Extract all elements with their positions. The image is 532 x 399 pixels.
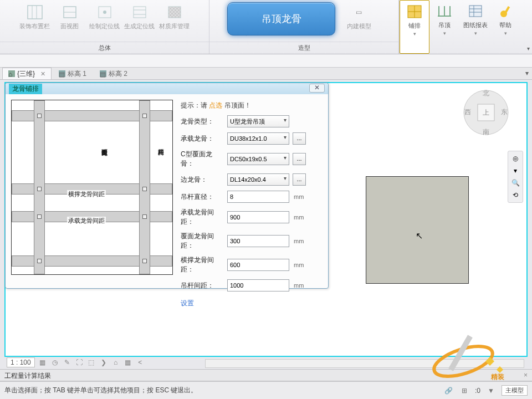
select-bearing-keel[interactable] (227, 132, 289, 145)
rb-tile[interactable]: 铺排▾ (400, 0, 429, 54)
svg-rect-0 (28, 6, 42, 19)
more-bearing-button[interactable]: ... (293, 132, 306, 145)
tab-level2[interactable]: ▤标高 2 (94, 68, 134, 79)
input-rod-spacing[interactable] (227, 279, 289, 291)
status-zero: :0 (475, 387, 480, 395)
keel-preview: 横撑龙骨间距 承载龙骨间距 覆面龙骨间距 吊杆间距 (11, 100, 173, 275)
svg-text:精装: 精装 (490, 373, 505, 381)
ceiling-face[interactable] (366, 176, 469, 284)
svg-rect-26 (504, 6, 510, 14)
label-rod-sp: 吊杆间距： (181, 281, 224, 290)
ribbon-group-label-overall: 总体 (0, 42, 209, 54)
dialog-title: 龙骨铺排 (9, 84, 42, 94)
quick-access-bar (0, 54, 532, 68)
rb-shape-5[interactable]: ▭内建模型 (343, 1, 375, 42)
keel-layout-dialog: 龙骨铺排 ✕ 横撑龙骨间距 承载龙骨间距 覆面龙骨间距 吊杆间距 提示：请 点选… (5, 83, 329, 289)
keel-form: 提示：请 点选 吊顶面！ 龙骨类型： 承载龙骨：... C型覆面龙骨：... 边… (181, 100, 323, 308)
dialog-close-button[interactable]: ✕ (309, 84, 325, 93)
rb-face-view[interactable]: 面视图 (52, 1, 87, 42)
vs-icon[interactable]: ◷ (50, 358, 59, 367)
status-message: 单击选择面；按 TAB 键并单击可选择其他项目；按 ESC 键退出。 (4, 386, 197, 395)
svg-text:东: 东 (501, 108, 508, 116)
label-edge: 边龙骨： (181, 175, 224, 185)
vs-icon[interactable]: < (136, 358, 145, 367)
label-rod-dia: 吊杆直径： (181, 192, 224, 202)
sheet-icon: ▤ (59, 70, 65, 77)
label-type: 龙骨类型： (181, 117, 224, 126)
rb-draw-locate[interactable]: 绘制定位线 (87, 1, 122, 42)
ribbon-collapse-icon[interactable]: ▾ (527, 45, 530, 52)
ribbon-left: 装饰布置栏 面视图 绘制定位线 生成定位线 材质库管理 总体 ◈点□▾ 〰饰线▾… (0, 0, 399, 54)
ribbon: 装饰布置栏 面视图 绘制定位线 生成定位线 材质库管理 总体 ◈点□▾ 〰饰线▾… (0, 0, 532, 54)
view-tabs: ⌂{三维}✕ ▤标高 1 ▤标高 2 ▾ (0, 68, 532, 80)
ribbon-right: 铺排▾ 吊顶▾ 图纸报表▾ 帮助▾ (399, 0, 519, 54)
rb-report[interactable]: 图纸报表▾ (459, 0, 492, 54)
nav-n: 北 (483, 89, 489, 97)
svg-rect-21 (469, 6, 482, 17)
result-title: 工程量计算结果 (4, 371, 51, 379)
vs-icon[interactable]: ▦ (38, 358, 47, 367)
svg-text:西: 西 (464, 108, 471, 116)
ribbon-group-overall: 装饰布置栏 面视图 绘制定位线 生成定位线 材质库管理 总体 (0, 0, 209, 54)
vs-icon[interactable]: ✎ (63, 358, 71, 367)
status-icon[interactable]: 🔗 (444, 386, 454, 396)
vs-icon[interactable]: ▦ (124, 358, 132, 367)
sheet-icon: ▤ (100, 70, 106, 77)
label-bearing-sp: 承载龙骨间距： (181, 208, 224, 227)
select-edge-keel[interactable] (227, 173, 289, 186)
vs-icon[interactable]: ⛶ (75, 358, 84, 367)
status-model-select[interactable]: 主模型 (502, 385, 528, 396)
tab-level1[interactable]: ▤标高 1 (53, 68, 93, 79)
tool-steering-icon[interactable]: ◎ (513, 155, 518, 162)
highlight-ceiling-keel[interactable]: 吊顶龙骨 (227, 2, 335, 35)
rb-material-lib[interactable]: 材质库管理 (157, 1, 192, 42)
status-bar: 单击选择面；按 TAB 键并单击可选择其他项目；按 ESC 键退出。 🔗 ⊞ :… (0, 381, 532, 399)
more-cface-button[interactable]: ... (293, 153, 306, 165)
vs-icon[interactable]: ⬚ (87, 358, 96, 367)
dialog-titlebar[interactable]: 龙骨铺排 ✕ (6, 83, 328, 94)
label-face-sp: 覆面龙骨间距： (181, 232, 224, 250)
select-cface-keel[interactable] (227, 153, 289, 165)
cursor-icon: ↖ (416, 231, 423, 241)
tabs-menu-icon[interactable]: ▾ (525, 69, 529, 77)
close-icon[interactable]: ✕ (40, 70, 45, 78)
label-bearing: 承载龙骨： (181, 134, 224, 144)
ribbon-group-label-shape: 造型 (209, 42, 398, 54)
view-side-tools: ◎ ▾ 🔍 ⟲ (508, 151, 523, 203)
svg-text:上: 上 (483, 109, 489, 116)
home-icon: ⌂ (8, 70, 15, 77)
status-filter-icon[interactable]: ▼ (486, 386, 496, 396)
result-close-icon[interactable]: × (524, 371, 528, 379)
tool-orbit-icon[interactable]: ⟲ (513, 191, 518, 199)
svg-rect-7 (134, 7, 146, 18)
input-bearing-spacing[interactable] (227, 211, 289, 223)
tool-zoom-icon[interactable]: 🔍 (511, 179, 520, 187)
svg-rect-13 (168, 7, 181, 18)
rb-help[interactable]: 帮助▾ (492, 0, 519, 54)
hint-text: 提示：请 点选 吊顶面！ (181, 101, 323, 110)
input-face-spacing[interactable] (227, 235, 289, 247)
scale-display[interactable]: 1 : 100 (7, 357, 35, 367)
label-cross-sp: 横撑龙骨间距： (181, 255, 224, 274)
vs-icon[interactable]: ❯ (99, 358, 108, 367)
brand-watermark: 精装 (424, 328, 513, 383)
nav-cube[interactable]: 北 南 东 西 上 (461, 88, 511, 137)
settings-link[interactable]: 设置 (181, 299, 323, 308)
vs-icon[interactable]: ⌂ (111, 358, 120, 367)
view-control-bar: 1 : 100 ▦ ◷ ✎ ⛶ ⬚ ❯ ⌂ ▦ < (7, 357, 145, 368)
status-icon[interactable]: ⊞ (459, 386, 469, 396)
label-cface: C型覆面龙骨： (181, 150, 224, 168)
input-rod-diameter[interactable] (227, 191, 289, 203)
tool-hand-icon[interactable]: ▾ (514, 167, 517, 175)
select-keel-type[interactable] (227, 115, 289, 127)
input-cross-spacing[interactable] (227, 259, 289, 271)
more-edge-button[interactable]: ... (293, 173, 306, 186)
rb-gen-locate[interactable]: 生成定位线 (122, 1, 157, 42)
tab-3d[interactable]: ⌂{三维}✕ (2, 68, 52, 79)
svg-marker-36 (497, 366, 503, 373)
rb-decor-layout[interactable]: 装饰布置栏 (17, 1, 52, 42)
svg-point-6 (103, 11, 106, 14)
rb-ceiling[interactable]: 吊顶▾ (429, 0, 459, 54)
svg-text:南: 南 (483, 128, 489, 136)
